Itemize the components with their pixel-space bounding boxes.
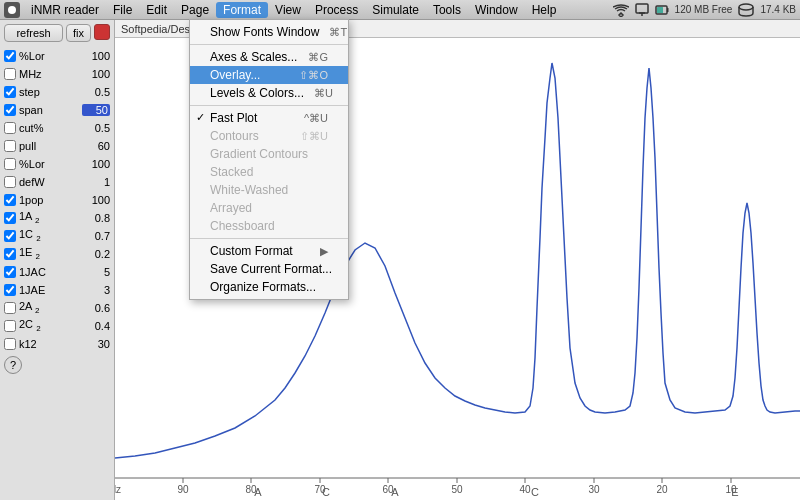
param-checkbox-4[interactable] bbox=[4, 140, 16, 152]
param-row: 1pop 100 bbox=[4, 192, 110, 208]
show-fonts-shortcut: ⌘T bbox=[329, 26, 347, 39]
svg-rect-1 bbox=[636, 4, 648, 13]
param-checkbox-9[interactable] bbox=[4, 230, 16, 242]
menu-window[interactable]: Window bbox=[468, 2, 525, 18]
menu-organize-formats[interactable]: Organize Formats... bbox=[190, 278, 348, 296]
app-icon bbox=[4, 2, 20, 18]
param-label-2: step bbox=[19, 86, 82, 98]
param-checkbox-7[interactable] bbox=[4, 194, 16, 206]
disk-icon bbox=[738, 3, 754, 17]
param-label-span: span bbox=[19, 104, 82, 116]
param-row: %Lor 100 bbox=[4, 48, 110, 64]
param-row: step 0.5 bbox=[4, 84, 110, 100]
menu-fastplot[interactable]: Fast Plot ^⌘U bbox=[190, 109, 348, 127]
param-label-10: 1E 2 bbox=[19, 246, 82, 261]
overlay-label: Overlay... bbox=[210, 68, 260, 82]
param-value-13: 0.6 bbox=[82, 302, 110, 314]
menu-fastplot-wrapper: ✓ Fast Plot ^⌘U bbox=[190, 109, 348, 127]
param-checkbox-8[interactable] bbox=[4, 212, 16, 224]
levels-label: Levels & Colors... bbox=[210, 86, 304, 100]
param-checkbox-span[interactable] bbox=[4, 104, 16, 116]
svg-text:30: 30 bbox=[588, 484, 600, 495]
param-checkbox-6[interactable] bbox=[4, 176, 16, 188]
battery-icon bbox=[655, 3, 669, 17]
organize-formats-label: Organize Formats... bbox=[210, 280, 316, 294]
param-row: defW 1 bbox=[4, 174, 110, 190]
menu-format[interactable]: Format bbox=[216, 2, 268, 18]
param-row: %Lor 100 bbox=[4, 156, 110, 172]
param-label-8: 1A 2 bbox=[19, 210, 82, 225]
menu-process[interactable]: Process bbox=[308, 2, 365, 18]
param-row: 2C 2 0.4 bbox=[4, 318, 110, 334]
svg-text:90: 90 bbox=[177, 484, 189, 495]
arrayed-label: Arrayed bbox=[210, 201, 252, 215]
param-value-4: 60 bbox=[82, 140, 110, 152]
menubar-left: iNMR reader File Edit Page Format View P… bbox=[4, 2, 563, 18]
param-checkbox-12[interactable] bbox=[4, 284, 16, 296]
format-dropdown: Show Fonts Window ⌘T Axes & Scales... ⌘G… bbox=[189, 19, 349, 300]
param-checkbox-15[interactable] bbox=[4, 338, 16, 350]
param-row-span: span 50 bbox=[4, 102, 110, 118]
svg-text:40: 40 bbox=[519, 484, 531, 495]
menu-save-format[interactable]: Save Current Format... bbox=[190, 260, 348, 278]
svg-rect-6 bbox=[667, 8, 669, 12]
menubar: iNMR reader File Edit Page Format View P… bbox=[0, 0, 800, 20]
menu-show-fonts[interactable]: Show Fonts Window ⌘T bbox=[190, 23, 348, 41]
param-label-14: 2C 2 bbox=[19, 318, 82, 333]
menu-view[interactable]: View bbox=[268, 2, 308, 18]
menu-page[interactable]: Page bbox=[174, 2, 216, 18]
axes-label: Axes & Scales... bbox=[210, 50, 297, 64]
param-checkbox-2[interactable] bbox=[4, 86, 16, 98]
wifi-icon bbox=[613, 3, 629, 17]
menu-arrayed: Arrayed bbox=[190, 199, 348, 217]
menu-sep-3 bbox=[190, 238, 348, 239]
param-checkbox-3[interactable] bbox=[4, 122, 16, 134]
svg-text:C: C bbox=[322, 486, 330, 498]
param-checkbox-14[interactable] bbox=[4, 320, 16, 332]
fix-button[interactable]: fix bbox=[66, 24, 91, 42]
param-value-11: 5 bbox=[82, 266, 110, 278]
save-format-label: Save Current Format... bbox=[210, 262, 332, 276]
menu-axes[interactable]: Axes & Scales... ⌘G bbox=[190, 48, 348, 66]
menu-tools[interactable]: Tools bbox=[426, 2, 468, 18]
param-checkbox-5[interactable] bbox=[4, 158, 16, 170]
red-button[interactable] bbox=[94, 24, 110, 40]
param-value-9: 0.7 bbox=[82, 230, 110, 242]
menu-sep-2 bbox=[190, 105, 348, 106]
main-layout: refresh fix %Lor 100 MHz 100 step 0.5 sp… bbox=[0, 20, 800, 500]
param-label-13: 2A 2 bbox=[19, 300, 82, 315]
menu-overlay[interactable]: Overlay... ⇧⌘O bbox=[190, 66, 348, 84]
param-label-15: k12 bbox=[19, 338, 82, 350]
refresh-button[interactable]: refresh bbox=[4, 24, 63, 42]
param-checkbox-11[interactable] bbox=[4, 266, 16, 278]
sidebar: refresh fix %Lor 100 MHz 100 step 0.5 sp… bbox=[0, 20, 115, 500]
param-value-10: 0.2 bbox=[82, 248, 110, 260]
menu-app[interactable]: iNMR reader bbox=[24, 2, 106, 18]
param-label-6: defW bbox=[19, 176, 82, 188]
svg-text:A: A bbox=[391, 486, 399, 498]
param-value-8: 0.8 bbox=[82, 212, 110, 224]
menubar-right: 120 MB Free 17.4 KB bbox=[613, 3, 796, 17]
menu-file[interactable]: File bbox=[106, 2, 139, 18]
param-checkbox-1[interactable] bbox=[4, 68, 16, 80]
param-value-0: 100 bbox=[82, 50, 110, 62]
menu-custom-format[interactable]: Custom Format ▶ bbox=[190, 242, 348, 260]
menu-levels[interactable]: Levels & Colors... ⌘U bbox=[190, 84, 348, 102]
menu-sep-1 bbox=[190, 44, 348, 45]
menu-stacked: Stacked bbox=[190, 163, 348, 181]
menu-simulate[interactable]: Simulate bbox=[365, 2, 426, 18]
custom-format-arrow: ▶ bbox=[320, 245, 328, 258]
param-value-12: 3 bbox=[82, 284, 110, 296]
svg-point-0 bbox=[8, 6, 16, 14]
param-row: 1E 2 0.2 bbox=[4, 246, 110, 262]
param-checkbox-0[interactable] bbox=[4, 50, 16, 62]
param-row: pull 60 bbox=[4, 138, 110, 154]
param-checkbox-10[interactable] bbox=[4, 248, 16, 260]
disk-badge: 17.4 KB bbox=[760, 4, 796, 15]
param-row: MHz 100 bbox=[4, 66, 110, 82]
param-checkbox-13[interactable] bbox=[4, 302, 16, 314]
menu-edit[interactable]: Edit bbox=[139, 2, 174, 18]
param-value-7: 100 bbox=[82, 194, 110, 206]
menu-help[interactable]: Help bbox=[525, 2, 564, 18]
help-button[interactable]: ? bbox=[4, 356, 22, 374]
